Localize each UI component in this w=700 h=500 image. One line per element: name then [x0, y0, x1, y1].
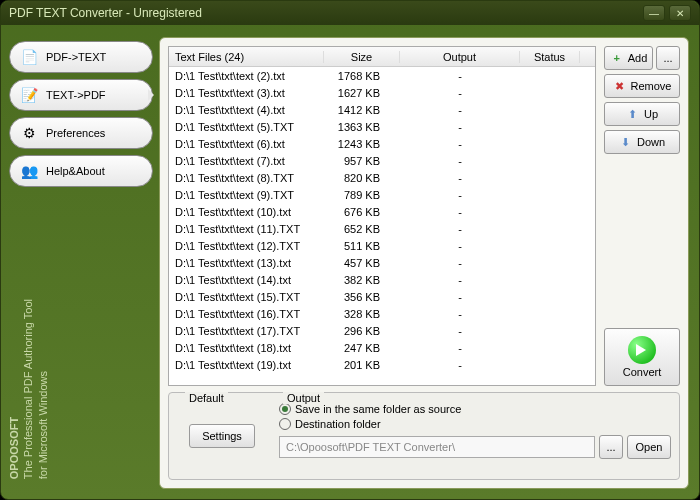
- cell-size: 511 KB: [324, 240, 400, 252]
- table-row[interactable]: D:\1 Test\txt\text (15).TXT356 KB-: [169, 288, 595, 305]
- cell-size: 652 KB: [324, 223, 400, 235]
- col-files[interactable]: Text Files (24): [169, 51, 324, 63]
- cell-size: 201 KB: [324, 359, 400, 371]
- output-section: Output Save in the same folder as source…: [279, 399, 671, 473]
- cell-size: 296 KB: [324, 325, 400, 337]
- remove-button[interactable]: ✖ Remove: [604, 74, 680, 98]
- cell-file: D:\1 Test\txt\text (18).txt: [169, 342, 324, 354]
- cell-file: D:\1 Test\txt\text (13).txt: [169, 257, 324, 269]
- table-row[interactable]: D:\1 Test\txt\text (11).TXT652 KB-: [169, 220, 595, 237]
- tab-label: Preferences: [46, 127, 105, 139]
- tab-pdf-to-text[interactable]: 📄 PDF->TEXT: [9, 41, 153, 73]
- open-button[interactable]: Open: [627, 435, 671, 459]
- cell-file: D:\1 Test\txt\text (15).TXT: [169, 291, 324, 303]
- tab-preferences[interactable]: ⚙ Preferences: [9, 117, 153, 149]
- add-more-button[interactable]: ...: [656, 46, 680, 70]
- radio-same-folder[interactable]: Save in the same folder as source: [279, 403, 671, 415]
- table-row[interactable]: D:\1 Test\txt\text (14).txt382 KB-: [169, 271, 595, 288]
- table-row[interactable]: D:\1 Test\txt\text (10).txt676 KB-: [169, 203, 595, 220]
- table-row[interactable]: D:\1 Test\txt\text (3).txt1627 KB-: [169, 84, 595, 101]
- table-row[interactable]: D:\1 Test\txt\text (18).txt247 KB-: [169, 339, 595, 356]
- up-button[interactable]: ⬆ Up: [604, 102, 680, 126]
- cell-file: D:\1 Test\txt\text (3).txt: [169, 87, 324, 99]
- destination-path[interactable]: C:\Opoosoft\PDF TEXT Converter\: [279, 436, 595, 458]
- cell-size: 247 KB: [324, 342, 400, 354]
- table-row[interactable]: D:\1 Test\txt\text (4).txt1412 KB-: [169, 101, 595, 118]
- cell-output: -: [400, 223, 520, 235]
- cell-output: -: [400, 257, 520, 269]
- table-row[interactable]: D:\1 Test\txt\text (5).TXT1363 KB-: [169, 118, 595, 135]
- table-row[interactable]: D:\1 Test\txt\text (13).txt457 KB-: [169, 254, 595, 271]
- cell-file: D:\1 Test\txt\text (4).txt: [169, 104, 324, 116]
- titlebar: PDF TEXT Converter - Unregistered — ✕: [1, 1, 699, 25]
- cell-file: D:\1 Test\txt\text (19).txt: [169, 359, 324, 371]
- sidebar: 📄 PDF->TEXT 📝 TEXT->PDF ⚙ Preferences 👥 …: [5, 37, 153, 489]
- table-row[interactable]: D:\1 Test\txt\text (6).txt1243 KB-: [169, 135, 595, 152]
- table-row[interactable]: D:\1 Test\txt\text (16).TXT328 KB-: [169, 305, 595, 322]
- cell-output: -: [400, 70, 520, 82]
- table-row[interactable]: D:\1 Test\txt\text (2).txt1768 KB-: [169, 67, 595, 84]
- arrow-down-icon: ⬇: [619, 135, 633, 149]
- cell-output: -: [400, 325, 520, 337]
- cell-file: D:\1 Test\txt\text (8).TXT: [169, 172, 324, 184]
- cell-size: 1627 KB: [324, 87, 400, 99]
- remove-icon: ✖: [613, 79, 627, 93]
- cell-size: 789 KB: [324, 189, 400, 201]
- cell-file: D:\1 Test\txt\text (14).txt: [169, 274, 324, 286]
- table-row[interactable]: D:\1 Test\txt\text (8).TXT820 KB-: [169, 169, 595, 186]
- cell-size: 957 KB: [324, 155, 400, 167]
- action-buttons: + Add ... ✖ Remove ⬆ Up ⬇: [604, 46, 680, 386]
- default-label: Default: [185, 392, 228, 404]
- cell-file: D:\1 Test\txt\text (16).TXT: [169, 308, 324, 320]
- cell-output: -: [400, 359, 520, 371]
- cell-file: D:\1 Test\txt\text (2).txt: [169, 70, 324, 82]
- cell-size: 1243 KB: [324, 138, 400, 150]
- output-label: Output: [283, 392, 324, 404]
- cell-output: -: [400, 172, 520, 184]
- tab-label: PDF->TEXT: [46, 51, 106, 63]
- cell-output: -: [400, 155, 520, 167]
- col-output[interactable]: Output: [400, 51, 520, 63]
- table-header: Text Files (24) Size Output Status: [169, 47, 595, 67]
- play-icon: [628, 336, 656, 364]
- brand-text: OPOOSOFT The Professional PDF Authoring …: [7, 299, 50, 479]
- add-button[interactable]: + Add: [604, 46, 653, 70]
- settings-button[interactable]: Settings: [189, 424, 255, 448]
- cell-file: D:\1 Test\txt\text (9).TXT: [169, 189, 324, 201]
- tab-help-about[interactable]: 👥 Help&About: [9, 155, 153, 187]
- cell-output: -: [400, 189, 520, 201]
- cell-output: -: [400, 342, 520, 354]
- table-row[interactable]: D:\1 Test\txt\text (19).txt201 KB-: [169, 356, 595, 373]
- col-status[interactable]: Status: [520, 51, 580, 63]
- down-button[interactable]: ⬇ Down: [604, 130, 680, 154]
- browse-button[interactable]: ...: [599, 435, 623, 459]
- cell-output: -: [400, 274, 520, 286]
- pdf-icon: 📄: [20, 48, 38, 66]
- table-row[interactable]: D:\1 Test\txt\text (12).TXT511 KB-: [169, 237, 595, 254]
- tab-text-to-pdf[interactable]: 📝 TEXT->PDF: [9, 79, 153, 111]
- table-row[interactable]: D:\1 Test\txt\text (9).TXT789 KB-: [169, 186, 595, 203]
- cell-size: 1412 KB: [324, 104, 400, 116]
- cell-file: D:\1 Test\txt\text (6).txt: [169, 138, 324, 150]
- radio-destination[interactable]: Destination folder: [279, 418, 671, 430]
- app-window: PDF TEXT Converter - Unregistered — ✕ 📄 …: [0, 0, 700, 500]
- minimize-button[interactable]: —: [643, 5, 665, 21]
- cell-output: -: [400, 121, 520, 133]
- table-row[interactable]: D:\1 Test\txt\text (17).TXT296 KB-: [169, 322, 595, 339]
- cell-size: 356 KB: [324, 291, 400, 303]
- close-button[interactable]: ✕: [669, 5, 691, 21]
- window-title: PDF TEXT Converter - Unregistered: [9, 6, 639, 20]
- convert-button[interactable]: Convert: [604, 328, 680, 386]
- file-table: Text Files (24) Size Output Status D:\1 …: [168, 46, 596, 386]
- cell-size: 382 KB: [324, 274, 400, 286]
- cell-output: -: [400, 87, 520, 99]
- cell-size: 820 KB: [324, 172, 400, 184]
- col-size[interactable]: Size: [324, 51, 400, 63]
- cell-file: D:\1 Test\txt\text (12).TXT: [169, 240, 324, 252]
- table-row[interactable]: D:\1 Test\txt\text (7).txt957 KB-: [169, 152, 595, 169]
- cell-output: -: [400, 308, 520, 320]
- cell-size: 1768 KB: [324, 70, 400, 82]
- tab-label: Help&About: [46, 165, 105, 177]
- cell-output: -: [400, 206, 520, 218]
- cell-file: D:\1 Test\txt\text (5).TXT: [169, 121, 324, 133]
